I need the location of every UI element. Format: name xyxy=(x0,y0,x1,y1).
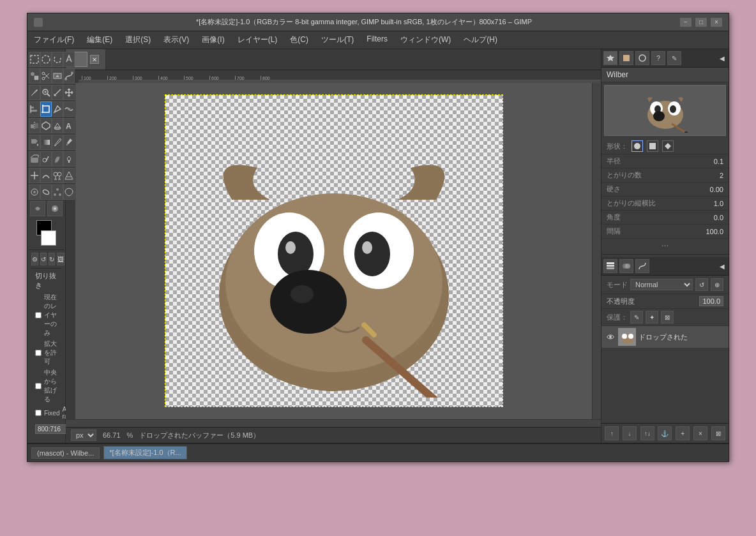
tool-smudge[interactable] xyxy=(40,168,52,183)
tool-dodge[interactable] xyxy=(40,184,52,200)
layer-extra-btn[interactable]: ⊠ xyxy=(711,426,725,440)
tool-fuzzy-select[interactable] xyxy=(63,52,75,67)
tool-paths[interactable] xyxy=(63,68,75,84)
tool-perspective-clone[interactable] xyxy=(63,168,75,183)
menu-file[interactable]: ファイル(F) xyxy=(31,33,77,47)
tool-extra2[interactable] xyxy=(63,184,75,200)
tool-config-icon[interactable]: ⚙ xyxy=(31,253,38,265)
fixed-checkbox[interactable] xyxy=(35,410,42,416)
tool-rect-select[interactable] xyxy=(29,52,40,67)
tool-bucket-fill[interactable] xyxy=(29,135,40,150)
tool-reset-icon[interactable]: ↺ xyxy=(40,253,47,265)
tool-clone[interactable] xyxy=(52,168,63,183)
tool-image-icon[interactable]: 🖼 xyxy=(57,253,64,265)
mode-extra-btn[interactable]: ⊕ xyxy=(711,278,723,291)
shape-circle[interactable] xyxy=(631,140,643,152)
tool-transform[interactable] xyxy=(52,101,63,117)
preserve-color-btn[interactable]: ✦ xyxy=(646,311,658,324)
tool-delete-icon[interactable]: ↻ xyxy=(49,253,55,265)
menu-image[interactable]: 画像(I) xyxy=(199,33,227,47)
tool-dodge-burn[interactable] xyxy=(63,151,75,167)
layer-new-btn[interactable]: ↑ xyxy=(605,426,619,440)
brush-tab-edit[interactable]: ✎ xyxy=(667,51,681,65)
unit-select[interactable]: px xyxy=(71,429,96,441)
taskbar-item-3[interactable]: *[名称未設定]-1.0（R... xyxy=(103,446,186,459)
tool-extra1[interactable] xyxy=(52,184,63,200)
brush-tab-colors[interactable] xyxy=(619,51,633,65)
menu-select[interactable]: 選択(S) xyxy=(123,33,153,47)
canvas-content[interactable] xyxy=(76,83,592,419)
tool-text[interactable]: A xyxy=(63,118,75,133)
tool-cage[interactable] xyxy=(40,118,52,133)
tool-zoom[interactable] xyxy=(40,85,52,100)
dimension-input[interactable] xyxy=(35,424,70,434)
layers-tab-layers[interactable] xyxy=(603,259,617,273)
allow-grow-checkbox[interactable] xyxy=(35,350,42,356)
tool-ellipse-select[interactable] xyxy=(40,52,52,67)
horizontal-scrollbar[interactable] xyxy=(66,419,601,427)
tool-free-select[interactable] xyxy=(52,52,63,67)
layer-up-btn[interactable]: ↓ xyxy=(623,426,637,440)
brush-panel-expand[interactable]: ◀ xyxy=(718,51,727,65)
shape-square[interactable] xyxy=(647,140,658,152)
menu-help[interactable]: ヘルプ(H) xyxy=(461,33,500,47)
layer-anchor-btn[interactable]: ⚓ xyxy=(658,426,672,440)
tool-warp[interactable] xyxy=(63,101,75,117)
tool-scissors[interactable] xyxy=(40,68,52,84)
tool-foreground-select[interactable] xyxy=(52,68,63,84)
tool-align[interactable] xyxy=(29,101,40,117)
close-button[interactable]: × xyxy=(711,18,722,27)
radius-row: 半径 0.1 xyxy=(601,154,729,168)
layers-panel-expand[interactable]: ◀ xyxy=(718,259,727,273)
minimize-button[interactable]: − xyxy=(680,18,692,27)
tool-select-by-color[interactable] xyxy=(29,68,40,84)
tool-airbrush[interactable] xyxy=(40,151,52,167)
menu-filters[interactable]: Filters xyxy=(364,33,390,47)
menu-edit[interactable]: 編集(E) xyxy=(84,33,115,47)
tab-close-button[interactable]: ✕ xyxy=(90,55,99,64)
shape-diamond[interactable] xyxy=(662,140,674,152)
background-color[interactable] xyxy=(41,230,56,246)
brush-tab-help[interactable]: ? xyxy=(651,51,665,65)
layer-item[interactable]: ドロップされた xyxy=(601,326,729,348)
layer-delete-btn[interactable]: × xyxy=(693,426,707,440)
tool-eraser[interactable] xyxy=(29,151,40,167)
tool-heal[interactable] xyxy=(29,168,40,183)
brush-tab-brushes[interactable] xyxy=(635,51,649,65)
taskbar-item-1[interactable]: (mascot) - Wilbe... xyxy=(31,447,100,459)
mode-reset-btn[interactable]: ↺ xyxy=(695,278,708,291)
menu-tools[interactable]: ツール(T) xyxy=(319,33,356,47)
tool-pencil[interactable] xyxy=(52,135,63,150)
tool-color-picker[interactable] xyxy=(29,85,40,100)
current-layer-label: 現在のレイヤーのみ xyxy=(44,293,57,338)
tool-move[interactable] xyxy=(63,85,75,100)
menu-color[interactable]: 色(C) xyxy=(287,33,311,47)
current-layer-checkbox[interactable] xyxy=(35,312,42,318)
tool-ink[interactable] xyxy=(52,151,63,167)
preserve-alpha-btn[interactable]: ✎ xyxy=(630,311,643,324)
tool-paintbrush[interactable] xyxy=(63,135,75,150)
menu-layer[interactable]: レイヤー(L) xyxy=(235,33,280,47)
tool-flip[interactable] xyxy=(29,118,40,133)
tool-crop[interactable] xyxy=(40,101,52,117)
preserve-all-btn[interactable]: ⊠ xyxy=(661,311,674,324)
maximize-button[interactable]: □ xyxy=(695,18,707,27)
expand-center-checkbox[interactable] xyxy=(35,383,42,389)
layer-down-btn[interactable]: ↑↓ xyxy=(640,426,654,440)
tool-extra3[interactable] xyxy=(30,201,45,216)
brush-tab-tools[interactable] xyxy=(603,51,617,65)
more-options-dots[interactable]: ··· xyxy=(601,239,729,251)
mode-select[interactable]: Normal xyxy=(630,279,693,290)
menu-windows[interactable]: ウィンドウ(W) xyxy=(398,33,453,47)
tool-extra4[interactable] xyxy=(47,201,63,216)
tool-convolve[interactable] xyxy=(29,184,40,200)
layers-tab-channels[interactable] xyxy=(619,259,633,273)
vertical-scrollbar[interactable] xyxy=(592,83,601,419)
tool-3d[interactable] xyxy=(52,118,63,133)
menu-view[interactable]: 表示(V) xyxy=(161,33,192,47)
layer-add-btn[interactable]: + xyxy=(676,426,690,440)
tool-blend[interactable] xyxy=(40,135,52,150)
layer-visibility-icon[interactable] xyxy=(605,332,616,342)
tool-measure[interactable] xyxy=(52,85,63,100)
layers-tab-paths[interactable] xyxy=(635,259,649,273)
